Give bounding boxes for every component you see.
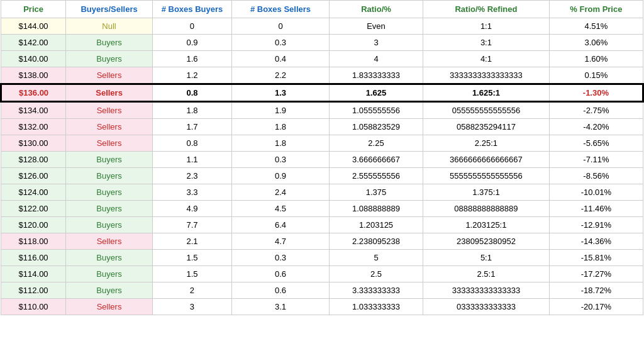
table-row: $132.00Sellers1.71.81.058823529058823529… (1, 119, 643, 135)
from-price-cell: -15.81% (549, 250, 643, 266)
header-col-4: Ratio/% (329, 1, 423, 18)
boxes-buyers-cell: 2 (152, 282, 231, 299)
table-row: $120.00Buyers7.76.41.2031251.203125:1-12… (1, 217, 643, 233)
boxes-buyers-cell: 3.3 (152, 184, 231, 201)
boxes-sellers-cell: 2.4 (232, 184, 330, 201)
ratio-cell: 1.375 (329, 184, 423, 201)
table-row: $138.00Sellers1.22.21.833333333333333333… (1, 67, 643, 84)
ratio-refined-cell: 333333333333333 (423, 282, 550, 299)
boxes-buyers-cell: 7.7 (152, 217, 231, 233)
boxes-sellers-cell: 0.3 (232, 35, 330, 51)
ratio-refined-cell: 5555555555555556 (423, 168, 550, 184)
buyers-sellers-cell: Buyers (66, 152, 153, 168)
price-cell: $114.00 (1, 266, 66, 282)
table-row: $116.00Buyers1.50.355:1-15.81% (1, 250, 643, 266)
ratio-cell: Even (329, 18, 423, 35)
boxes-buyers-cell: 2.3 (152, 168, 231, 184)
boxes-sellers-cell: 2.2 (232, 67, 330, 84)
ratio-cell: 1.625 (329, 84, 423, 102)
from-price-cell: -4.20% (549, 119, 643, 135)
table-row: $136.00Sellers0.81.31.6251.625:1-1.30% (1, 84, 643, 102)
boxes-buyers-cell: 4.9 (152, 201, 231, 217)
header-col-0: Price (1, 1, 66, 18)
price-cell: $132.00 (1, 119, 66, 135)
table-body: $144.00Null00Even1:14.51%$142.00Buyers0.… (1, 18, 643, 315)
price-cell: $122.00 (1, 201, 66, 217)
price-cell: $138.00 (1, 67, 66, 84)
ratio-refined-cell: 2.25:1 (423, 135, 550, 152)
ratio-refined-cell: 1.625:1 (423, 84, 550, 102)
price-cell: $124.00 (1, 184, 66, 201)
price-cell: $112.00 (1, 282, 66, 299)
boxes-buyers-cell: 1.6 (152, 51, 231, 67)
boxes-sellers-cell: 0.4 (232, 51, 330, 67)
boxes-buyers-cell: 1.2 (152, 67, 231, 84)
table-row: $144.00Null00Even1:14.51% (1, 18, 643, 35)
boxes-buyers-cell: 0.8 (152, 84, 231, 102)
ratio-refined-cell: 2.5:1 (423, 266, 550, 282)
table-row: $110.00Sellers33.11.03333333303333333333… (1, 299, 643, 315)
boxes-sellers-cell: 0.9 (232, 168, 330, 184)
ratio-cell: 3.666666667 (329, 152, 423, 168)
price-cell: $116.00 (1, 250, 66, 266)
price-cell: $134.00 (1, 102, 66, 119)
ratio-cell: 2.238095238 (329, 233, 423, 250)
ratio-refined-cell: 055555555555556 (423, 102, 550, 119)
price-cell: $144.00 (1, 18, 66, 35)
from-price-cell: -12.91% (549, 217, 643, 233)
table-row: $112.00Buyers20.63.333333333333333333333… (1, 282, 643, 299)
ratio-refined-cell: 1.375:1 (423, 184, 550, 201)
header-col-6: % From Price (549, 1, 643, 18)
buyers-sellers-cell: Null (66, 18, 153, 35)
boxes-buyers-cell: 1.5 (152, 250, 231, 266)
from-price-cell: -10.01% (549, 184, 643, 201)
boxes-sellers-cell: 3.1 (232, 299, 330, 315)
ratio-cell: 1.033333333 (329, 299, 423, 315)
price-cell: $140.00 (1, 51, 66, 67)
table-header: PriceBuyers/Sellers# Boxes Buyers# Boxes… (1, 1, 643, 18)
header-col-1: Buyers/Sellers (66, 1, 153, 18)
from-price-cell: -1.30% (549, 84, 643, 102)
from-price-cell: -5.65% (549, 135, 643, 152)
boxes-sellers-cell: 1.9 (232, 102, 330, 119)
ratio-cell: 1.055555556 (329, 102, 423, 119)
ratio-cell: 1.203125 (329, 217, 423, 233)
from-price-cell: -20.17% (549, 299, 643, 315)
table-row: $118.00Sellers2.14.72.238095238238095238… (1, 233, 643, 250)
boxes-sellers-cell: 1.8 (232, 119, 330, 135)
boxes-sellers-cell: 1.3 (232, 84, 330, 102)
ratio-refined-cell: 3333333333333333 (423, 67, 550, 84)
header-col-2: # Boxes Buyers (152, 1, 231, 18)
ratio-cell: 2.25 (329, 135, 423, 152)
ratio-cell: 3.333333333 (329, 282, 423, 299)
buyers-sellers-cell: Sellers (66, 102, 153, 119)
price-cell: $130.00 (1, 135, 66, 152)
from-price-cell: -2.75% (549, 102, 643, 119)
from-price-cell: 4.51% (549, 18, 643, 35)
buyers-sellers-cell: Sellers (66, 119, 153, 135)
price-table: PriceBuyers/Sellers# Boxes Buyers# Boxes… (0, 0, 644, 315)
boxes-sellers-cell: 0.6 (232, 282, 330, 299)
table-row: $122.00Buyers4.94.51.0888888890888888888… (1, 201, 643, 217)
price-cell: $142.00 (1, 35, 66, 51)
ratio-cell: 3 (329, 35, 423, 51)
boxes-sellers-cell: 0 (232, 18, 330, 35)
ratio-cell: 4 (329, 51, 423, 67)
ratio-refined-cell: 3666666666666667 (423, 152, 550, 168)
buyers-sellers-cell: Buyers (66, 184, 153, 201)
table-row: $134.00Sellers1.81.91.055555556055555555… (1, 102, 643, 119)
ratio-cell: 2.5 (329, 266, 423, 282)
price-cell: $110.00 (1, 299, 66, 315)
buyers-sellers-cell: Sellers (66, 84, 153, 102)
price-cell: $128.00 (1, 152, 66, 168)
buyers-sellers-cell: Buyers (66, 217, 153, 233)
ratio-refined-cell: 5:1 (423, 250, 550, 266)
buyers-sellers-cell: Sellers (66, 67, 153, 84)
ratio-cell: 5 (329, 250, 423, 266)
table-row: $128.00Buyers1.10.33.6666666673666666666… (1, 152, 643, 168)
buyers-sellers-cell: Buyers (66, 201, 153, 217)
boxes-sellers-cell: 0.6 (232, 266, 330, 282)
boxes-sellers-cell: 1.8 (232, 135, 330, 152)
price-cell: $118.00 (1, 233, 66, 250)
ratio-cell: 1.058823529 (329, 119, 423, 135)
